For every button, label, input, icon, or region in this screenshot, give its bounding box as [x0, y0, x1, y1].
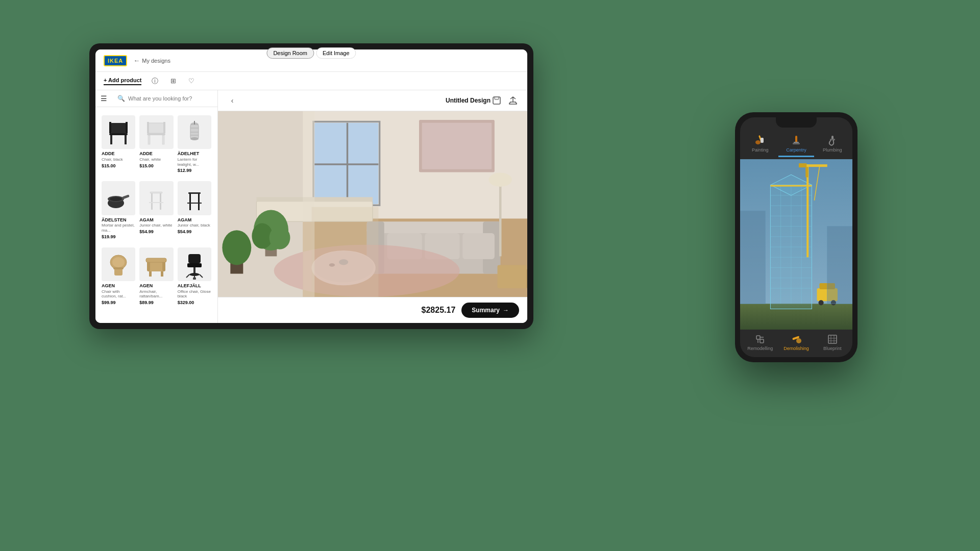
list-item[interactable]: AGAM Junior chair, white $54.99 [137, 177, 175, 243]
save-icon[interactable] [491, 94, 503, 107]
product-name: ÄDELHET [178, 151, 211, 157]
product-price: $12.99 [178, 168, 211, 173]
back-arrow-icon: ← [133, 57, 140, 64]
product-desc: Chair with cushion, rat... [102, 289, 135, 299]
list-item[interactable]: ADDE Chair, white $15.00 [137, 111, 175, 177]
menu-icon[interactable]: ☰ [95, 90, 112, 107]
rattan-armchair-icon [141, 249, 172, 280]
mortar-icon [103, 183, 134, 213]
search-input[interactable] [128, 95, 212, 102]
list-item[interactable]: AGAM Junior chair, black $54.99 [176, 177, 213, 243]
product-image [102, 115, 135, 149]
share-icon[interactable] [507, 94, 519, 107]
svg-rect-63 [367, 221, 501, 233]
plumbing-icon [827, 135, 838, 146]
svg-rect-2 [110, 135, 112, 144]
grid-icon[interactable]: ⊞ [168, 76, 178, 86]
svg-rect-5 [126, 122, 128, 133]
svg-rect-1 [109, 133, 128, 135]
svg-rect-7 [147, 133, 165, 135]
carpentry-tab-label: Carpentry [786, 147, 806, 153]
product-name: ALEFJÄLL [178, 283, 211, 289]
list-item[interactable]: ÄDELHET Lantern for tealight, w... $12.9… [176, 111, 213, 177]
svg-rect-23 [150, 192, 162, 193]
chevron-left-icon[interactable]: ‹ [226, 94, 238, 107]
svg-rect-26 [149, 202, 163, 203]
list-item[interactable]: ADDE Chair, black $15.00 [100, 111, 137, 177]
svg-point-87 [755, 140, 761, 144]
list-item[interactable]: AGEN Armchair, rattan/bam... $89.99 [137, 243, 175, 309]
room-scene-svg [218, 111, 527, 297]
my-designs-nav[interactable]: ← My designs [133, 57, 170, 64]
svg-rect-11 [163, 122, 165, 133]
plumbing-tab-label: Plumbing [823, 147, 842, 153]
phone-notch [776, 117, 817, 128]
svg-rect-56 [314, 163, 378, 165]
svg-rect-115 [799, 163, 806, 167]
painting-icon [754, 135, 766, 146]
blueprint-tab-label: Blueprint [823, 346, 842, 351]
design-title-bar: ‹ Untitled Design [218, 90, 527, 111]
phone-tab-blueprint[interactable]: Blueprint [814, 332, 850, 353]
blueprint-icon [827, 334, 838, 345]
heart-icon[interactable]: ♡ [186, 76, 197, 86]
summary-button[interactable]: Summary → [461, 303, 519, 318]
svg-rect-0 [111, 123, 126, 133]
svg-rect-29 [198, 194, 200, 210]
svg-rect-40 [161, 271, 163, 277]
svg-rect-88 [761, 138, 764, 143]
product-grid: ADDE Chair, black $15.00 [95, 107, 217, 313]
painting-tab-label: Painting [752, 147, 769, 153]
svg-rect-43 [193, 267, 195, 273]
svg-rect-13 [190, 124, 199, 139]
product-desc: Junior chair, white [139, 223, 173, 228]
product-name: ÄDELSTEN [102, 217, 135, 223]
stool-dark-icon [179, 183, 210, 214]
svg-rect-111 [806, 164, 808, 257]
room-preview [218, 111, 527, 297]
phone-tab-plumbing[interactable]: Plumbing [814, 132, 850, 157]
svg-rect-10 [147, 122, 149, 133]
svg-rect-6 [149, 123, 164, 133]
demolishing-icon [791, 334, 802, 345]
phone-tab-demolishing[interactable]: Demolishing [778, 332, 815, 353]
info-icon[interactable]: ⓘ [150, 76, 160, 86]
svg-rect-129 [828, 335, 837, 343]
list-item[interactable]: ÄDELSTEN Mortar and pestel, ma... $19.99 [100, 177, 137, 243]
product-price: $54.99 [178, 229, 211, 234]
svg-line-45 [186, 274, 189, 278]
svg-rect-113 [805, 167, 808, 177]
add-product-button[interactable]: + Add product [104, 77, 141, 85]
svg-point-74 [489, 173, 512, 187]
tab-edit-image[interactable]: Edit Image [316, 49, 356, 59]
svg-rect-9 [162, 135, 164, 144]
svg-rect-30 [187, 203, 202, 204]
svg-line-46 [200, 274, 203, 278]
total-price: $2825.17 [422, 306, 456, 315]
svg-point-78 [270, 226, 290, 249]
product-name: AGAM [178, 217, 211, 223]
svg-rect-27 [188, 192, 201, 194]
product-price: $54.99 [139, 229, 173, 234]
product-name: AGAM [139, 217, 173, 223]
product-image [102, 247, 135, 281]
svg-rect-28 [189, 194, 191, 210]
svg-rect-3 [125, 135, 127, 144]
list-item[interactable]: ALEFJÄLL Office chair, Glose black $329.… [176, 243, 213, 309]
product-price: $19.99 [102, 234, 135, 239]
svg-point-21 [110, 197, 122, 201]
product-price: $15.00 [139, 163, 173, 168]
svg-rect-41 [188, 254, 201, 263]
svg-rect-73 [499, 181, 502, 257]
svg-point-44 [189, 273, 200, 276]
phone-tab-painting[interactable]: Painting [742, 132, 778, 157]
phone-tab-carpentry[interactable]: Carpentry [778, 132, 815, 157]
tab-design-room[interactable]: Design Room [266, 49, 314, 59]
lantern-icon [179, 117, 210, 147]
phone-tab-remodelling[interactable]: Remodelling [742, 332, 778, 353]
svg-rect-124 [760, 339, 764, 343]
list-item[interactable]: AGEN Chair with cushion, rat... $99.99 [100, 243, 137, 309]
left-panel: ☰ 🔍 [95, 90, 218, 323]
phone-screen: Painting Carpentry [740, 117, 852, 357]
product-desc: Mortar and pestel, ma... [102, 223, 135, 233]
